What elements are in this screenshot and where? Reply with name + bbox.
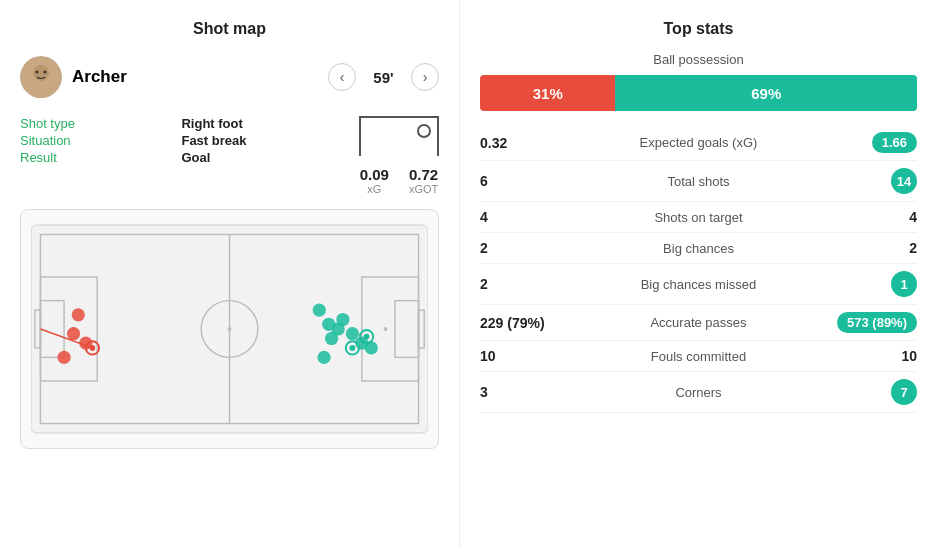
svg-point-18 (384, 327, 388, 331)
situation-value: Fast break (181, 133, 339, 148)
stat-label: Corners (570, 385, 827, 400)
stat-left-value: 4 (480, 209, 570, 225)
xg-values: 0.09 xG 0.72 xGOT (360, 166, 439, 195)
player-name: Archer (72, 67, 318, 87)
possession-bar: 31% 69% (480, 75, 917, 111)
stat-right-value: 573 (89%) (827, 312, 917, 333)
stat-right-value: 4 (827, 209, 917, 225)
possession-label: Ball possession (480, 52, 917, 67)
svg-point-10 (228, 327, 232, 331)
stat-right-value: 10 (827, 348, 917, 364)
goal-post-circle (417, 124, 431, 138)
stat-left-value: 2 (480, 276, 570, 292)
xgot-label: xGOT (409, 183, 438, 195)
stat-row: 0.32Expected goals (xG)1.66 (480, 125, 917, 161)
situation-label: Situation (20, 133, 167, 148)
teal-badge: 573 (89%) (837, 312, 917, 333)
svg-point-26 (313, 303, 326, 316)
svg-point-31 (346, 327, 359, 340)
svg-point-38 (317, 351, 330, 364)
teal-badge: 1.66 (872, 132, 917, 153)
top-stats-title: Top stats (480, 20, 917, 38)
svg-point-22 (57, 351, 70, 364)
left-panel: Shot map Archer ‹ 59' › Shot type Right … (0, 0, 460, 547)
stat-row: 2Big chances missed1 (480, 264, 917, 305)
teal-circle-badge: 14 (891, 168, 917, 194)
possession-left: 31% (480, 75, 615, 111)
stat-label: Expected goals (xG) (570, 135, 827, 150)
stat-label: Shots on target (570, 210, 827, 225)
stat-label: Total shots (570, 174, 827, 189)
svg-point-29 (325, 332, 338, 345)
xg-stat: 0.09 xG (360, 166, 389, 195)
xgot-number: 0.72 (409, 166, 438, 183)
stat-row: 229 (79%)Accurate passes573 (89%) (480, 305, 917, 341)
stat-label: Accurate passes (570, 315, 827, 330)
svg-point-19 (72, 308, 85, 321)
shot-type-value: Right foot (181, 116, 339, 131)
stat-row: 4Shots on target4 (480, 202, 917, 233)
shot-map-title: Shot map (20, 20, 439, 38)
xg-label: xG (367, 183, 381, 195)
stat-right-value: 7 (827, 379, 917, 405)
xg-area: 0.09 xG 0.72 xGOT (359, 116, 439, 195)
stat-right-value: 1.66 (827, 132, 917, 153)
stat-row: 10Fouls committed10 (480, 341, 917, 372)
teal-circle-badge: 1 (891, 271, 917, 297)
prev-button[interactable]: ‹ (328, 63, 356, 91)
svg-point-4 (36, 71, 39, 74)
stat-row: 6Total shots14 (480, 161, 917, 202)
minute-badge: 59' (366, 69, 401, 86)
stats-list: 0.32Expected goals (xG)1.666Total shots1… (480, 125, 917, 413)
stat-row: 3Corners7 (480, 372, 917, 413)
player-header: Archer ‹ 59' › (20, 56, 439, 98)
goal-frame (359, 116, 439, 156)
avatar (20, 56, 62, 98)
shot-details: Shot type Right foot Situation Fast brea… (20, 116, 439, 195)
xg-number: 0.09 (360, 166, 389, 183)
stat-row: 2Big chances2 (480, 233, 917, 264)
svg-point-20 (67, 327, 80, 340)
stat-label: Big chances missed (570, 277, 827, 292)
stat-left-value: 229 (79%) (480, 315, 570, 331)
shot-type-label: Shot type (20, 116, 167, 131)
shot-info-left: Shot type Right foot Situation Fast brea… (20, 116, 339, 165)
right-panel: Top stats Ball possession 31% 69% 0.32Ex… (460, 0, 937, 547)
next-button[interactable]: › (411, 63, 439, 91)
result-value: Goal (181, 150, 339, 165)
stat-left-value: 6 (480, 173, 570, 189)
svg-point-35 (350, 345, 356, 351)
stat-label: Fouls committed (570, 349, 827, 364)
stat-left-value: 2 (480, 240, 570, 256)
stat-left-value: 10 (480, 348, 570, 364)
xgot-stat: 0.72 xGOT (409, 166, 438, 195)
possession-right: 69% (615, 75, 917, 111)
svg-point-30 (336, 313, 349, 326)
result-label: Result (20, 150, 167, 165)
teal-circle-badge: 7 (891, 379, 917, 405)
stat-left-value: 0.32 (480, 135, 570, 151)
shot-map-field (20, 209, 439, 449)
stat-label: Big chances (570, 241, 827, 256)
svg-point-5 (44, 71, 47, 74)
stat-right-value: 14 (827, 168, 917, 194)
field-svg (31, 220, 428, 438)
svg-point-37 (364, 334, 370, 340)
stat-right-value: 2 (827, 240, 917, 256)
stat-right-value: 1 (827, 271, 917, 297)
stat-left-value: 3 (480, 384, 570, 400)
